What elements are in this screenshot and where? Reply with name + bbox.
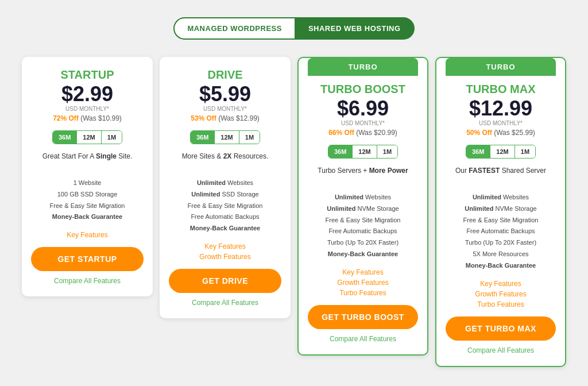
feature-item: Money-Back Guarantee [446,260,556,272]
usd-label: USD MONTHLY* [65,106,109,112]
plan-tagline: More Sites & 2X Resources. [182,152,269,171]
usd-label: USD MONTHLY* [341,120,385,126]
feature-item: Unlimited Websites [169,177,281,189]
period-btn-1m[interactable]: 1M [102,131,122,144]
feature-item: Unlimited NVMe Storage [446,203,556,215]
period-selector: 36M12M1M [190,130,260,144]
feature-item: Unlimited Websites [308,192,418,203]
period-btn-12m[interactable]: 12M [215,131,239,144]
feature-item: Money-Back Guarantee [308,249,418,260]
turbo-badge: TURBO [308,58,418,76]
feature-links: Key FeaturesGrowth Features [169,242,281,261]
plan-card-turbo-boost: TURBOTURBO BOOST$6.99USD MONTHLY*66% Off… [297,57,428,356]
plan-tagline: Turbo Servers + More Power [318,167,408,185]
feature-link[interactable]: Key Features [446,280,556,288]
discount-label: 66% Off (Was $20.99) [328,129,397,137]
feature-item: 100 GB SSD Storage [31,189,144,200]
period-selector: 36M12M1M [52,130,122,144]
feature-links: Key FeaturesGrowth FeaturesTurbo Feature… [308,268,418,297]
feature-item: Free & Easy Site Migration [446,215,556,226]
compare-link[interactable]: Compare All Features [330,335,396,343]
compare-link[interactable]: Compare All Features [467,346,534,354]
plan-card-turbo-max: TURBOTURBO MAX$12.99USD MONTHLY*50% Off … [435,57,566,367]
plan-tagline: Our FASTEST Shared Server [455,167,546,185]
period-btn-12m[interactable]: 12M [490,145,514,158]
plan-name: TURBO BOOST [320,83,405,96]
usd-label: USD MONTHLY* [203,106,247,112]
feature-links: Key Features [31,231,144,239]
feature-item: Free Automatic Backups [308,226,418,237]
cta-button-turbo-boost[interactable]: GET TURBO BOOST [308,305,418,329]
feature-link[interactable]: Key Features [308,268,418,276]
feature-item: Money-Back Guarantee [169,223,281,234]
feature-link[interactable]: Turbo Features [308,289,418,297]
compare-link[interactable]: Compare All Features [54,277,121,285]
period-btn-12m[interactable]: 12M [77,131,101,144]
plan-card-startup: STARTUP$2.99USD MONTHLY*72% Off (Was $10… [22,57,153,296]
compare-link[interactable]: Compare All Features [192,299,258,307]
period-btn-36m[interactable]: 36M [191,131,215,144]
feature-item: Unlimited SSD Storage [169,189,281,200]
plan-name: TURBO MAX [466,83,535,96]
discount-label: 72% Off (Was $10.99) [53,114,122,122]
feature-item: Turbo (Up To 20X Faster) [446,237,556,249]
feature-item: Free & Easy Site Migration [308,215,418,226]
tab-shared-hosting[interactable]: SHARED WEB HOSTING [295,17,415,40]
feature-item: Unlimited Websites [446,192,556,203]
period-btn-1m[interactable]: 1M [239,131,260,144]
feature-link[interactable]: Key Features [169,242,281,250]
period-selector: 36M12M1M [328,145,398,159]
plan-card-drive: DRIVE$5.99USD MONTHLY*53% Off (Was $12.9… [160,57,291,318]
cta-button-drive[interactable]: GET DRIVE [169,269,281,293]
feature-link[interactable]: Turbo Features [446,300,556,308]
tab-managed-wordpress[interactable]: MANAGED WORDPRESS [173,17,295,40]
plan-price: $2.99 [61,84,113,105]
feature-item: Free & Easy Site Migration [31,200,144,212]
cta-button-startup[interactable]: GET STARTUP [31,247,144,271]
feature-link[interactable]: Growth Features [308,279,418,287]
period-btn-1m[interactable]: 1M [515,145,535,158]
discount-label: 50% Off (Was $25.99) [466,129,535,137]
plan-tagline: Great Start For A Single Site. [42,152,133,171]
feature-link[interactable]: Growth Features [169,253,281,261]
period-selector: 36M12M1M [466,145,536,159]
period-btn-1m[interactable]: 1M [377,145,397,158]
usd-label: USD MONTHLY* [479,120,523,126]
features-list: Unlimited WebsitesUnlimited NVMe Storage… [308,192,418,260]
plan-price: $6.99 [337,98,389,119]
feature-item: Free & Easy Site Migration [169,200,281,212]
pricing-cards: STARTUP$2.99USD MONTHLY*72% Off (Was $10… [22,57,566,367]
feature-item: Free Automatic Backups [446,226,556,237]
features-list: 1 Website100 GB SSD StorageFree & Easy S… [31,177,144,223]
feature-item: 1 Website [31,177,144,189]
features-list: Unlimited WebsitesUnlimited SSD StorageF… [169,177,281,234]
feature-link[interactable]: Key Features [31,231,144,239]
feature-links: Key FeaturesGrowth FeaturesTurbo Feature… [446,280,556,308]
feature-item: Unlimited NVMe Storage [308,203,418,215]
plan-name: DRIVE [207,68,242,82]
period-btn-36m[interactable]: 36M [328,145,353,158]
feature-item: Turbo (Up To 20X Faster) [308,237,418,249]
feature-item: Money-Back Guarantee [31,211,144,223]
features-list: Unlimited WebsitesUnlimited NVMe Storage… [446,192,556,272]
plan-price: $5.99 [199,84,251,105]
discount-label: 53% Off (Was $12.99) [191,114,260,122]
period-btn-36m[interactable]: 36M [466,145,490,158]
turbo-badge: TURBO [446,58,556,76]
feature-link[interactable]: Growth Features [446,290,556,298]
period-btn-36m[interactable]: 36M [53,131,77,144]
tab-bar: MANAGED WORDPRESS SHARED WEB HOSTING [173,17,414,40]
feature-item: 5X More Resources [446,249,556,260]
period-btn-12m[interactable]: 12M [353,145,377,158]
plan-price: $12.99 [469,98,532,119]
cta-button-turbo-max[interactable]: GET TURBO MAX [446,316,556,341]
plan-name: STARTUP [61,68,114,82]
feature-item: Free Automatic Backups [169,211,281,223]
